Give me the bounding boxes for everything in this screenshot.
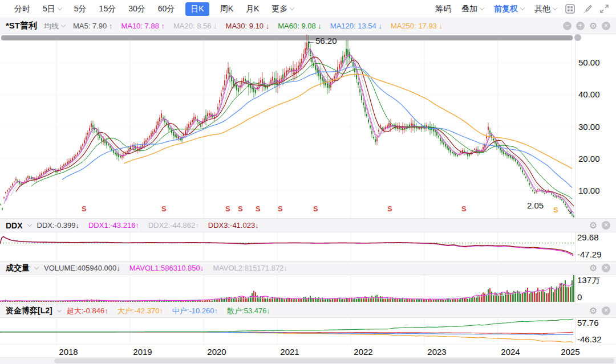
chevron-down-icon xyxy=(56,308,61,312)
medium-holder-value: 中户:-10.260↑ xyxy=(172,306,218,316)
horizontal-scrollbar[interactable] xyxy=(0,357,616,364)
price-axis-tick: 20.00 xyxy=(578,154,600,163)
fund-panel-header: 资金博弈[L2] 超大:-0.846↑ 大户:-42.370↑ 中户:-10.2… xyxy=(0,304,616,318)
gear-icon[interactable]: ⚙ xyxy=(589,22,597,30)
tab-30min[interactable]: 30分 xyxy=(122,4,152,14)
volume-panel-header: 成交量 VOLUME:405940.000↓ MAVOL1:586310.850… xyxy=(0,261,616,275)
ddx2-value: DDX2:-44.862↑ xyxy=(148,221,199,230)
zoom-out-icon[interactable]: − xyxy=(563,22,572,30)
sell-marker-orange: S xyxy=(553,206,558,214)
tab-minute[interactable]: 分时 xyxy=(8,4,37,14)
arrow-down-right-icon: ↘ xyxy=(566,207,573,215)
ddx-title-menu[interactable]: DDX xyxy=(6,221,23,230)
ma20-value: MA20: 8.56 ↓ xyxy=(173,22,217,30)
retail-holder-value: 散户:53.476↓ xyxy=(227,306,270,316)
sell-marker: S xyxy=(82,205,87,213)
price-axis-tick: 40.00 xyxy=(578,89,600,99)
period-toolbar: 分时 5日 5分 15分 30分 60分 日K 周K 月K 更多 筹码 叠加 前… xyxy=(0,0,616,18)
chevron-down-icon xyxy=(58,6,62,10)
close-icon[interactable]: × xyxy=(602,22,610,30)
tab-15min[interactable]: 15分 xyxy=(93,4,123,14)
year-label: 2022 xyxy=(351,347,376,357)
more-periods-menu[interactable]: 更多 xyxy=(265,4,300,14)
ma30-value: MA30: 9.10 ↓ xyxy=(226,22,270,30)
scrollbar-thumb[interactable] xyxy=(54,358,614,363)
tab-60min[interactable]: 60分 xyxy=(152,4,181,14)
volume-title-menu[interactable]: 成交量 xyxy=(6,263,30,273)
tab-5min[interactable]: 5分 xyxy=(68,4,93,14)
sell-marker: S xyxy=(313,205,318,213)
year-label: 2024 xyxy=(498,347,523,357)
fund-axis-min: -46.32 xyxy=(577,334,602,344)
stock-name: *ST普利 xyxy=(6,21,37,31)
chevron-down-icon xyxy=(553,6,557,10)
mavol1-value: MAVOL1:586310.850↓ xyxy=(129,264,204,272)
chevron-down-icon xyxy=(480,6,484,10)
main-candlestick-chart[interactable] xyxy=(0,34,575,218)
year-label: 2020 xyxy=(204,347,229,357)
sell-marker: S xyxy=(161,205,167,213)
large-holder-value: 大户:-42.370↑ xyxy=(117,306,163,316)
tab-weekly-k[interactable]: 周K xyxy=(214,4,240,14)
zoom-in-icon[interactable]: + xyxy=(576,22,585,30)
arrow-left-icon: ← xyxy=(307,36,315,46)
gear-icon[interactable]: ⚙ xyxy=(589,264,597,272)
gear-icon[interactable]: ⚙ xyxy=(589,306,597,315)
volume-axis-max: 137万 xyxy=(577,275,600,286)
sell-marker: S xyxy=(461,205,467,213)
sell-marker: S xyxy=(256,205,261,213)
volume-axis-min: 0 xyxy=(577,292,582,302)
price-axis-tick: 10.00 xyxy=(578,186,600,195)
year-label: 2025 xyxy=(558,347,583,357)
toolbar-right: 筹码 叠加 前复权 其他 xyxy=(430,4,616,14)
volume-chart[interactable] xyxy=(0,275,575,304)
ddx-panel-header: DDX DDX:-0.399↓ DDX1:-43.216↑ DDX2:-44.8… xyxy=(0,218,616,232)
tab-daily-k[interactable]: 日K xyxy=(185,2,209,16)
period-tabs: 分时 5日 5分 15分 30分 60分 日K 周K 月K 更多 xyxy=(0,2,300,16)
gear-icon[interactable]: ⚙ xyxy=(589,221,597,230)
tab-5day[interactable]: 5日 xyxy=(37,4,68,14)
year-label: 2021 xyxy=(277,347,302,357)
fullscreen-icon[interactable] xyxy=(599,4,609,14)
chevron-down-icon xyxy=(27,222,31,227)
time-axis: 20182019202020212022202320242025 xyxy=(0,345,616,356)
ma250-value: MA250: 17.93 ↓ xyxy=(391,22,443,30)
other-menu[interactable]: 其他 xyxy=(529,4,562,14)
fund-title-menu[interactable]: 资金博弈[L2] xyxy=(6,306,52,316)
chip-distribution-button[interactable]: 筹码 xyxy=(430,4,456,14)
navigator-handle[interactable] xyxy=(574,34,581,41)
sell-marker: S xyxy=(278,205,283,213)
close-icon[interactable]: × xyxy=(602,264,610,272)
fund-panel-controls: ⚙ × xyxy=(589,306,616,315)
brush-icon[interactable] xyxy=(582,4,592,14)
ddx-panel-controls: ⚙ × xyxy=(589,221,616,230)
fund-axis-max: 57.76 xyxy=(577,318,599,328)
ddx-value: DDX:-0.399↓ xyxy=(37,221,79,230)
year-label: 2023 xyxy=(424,347,449,357)
sell-marker: S xyxy=(225,205,230,213)
ddx3-value: DDX3:-41.023↓ xyxy=(208,221,259,230)
grid-layout-icon[interactable] xyxy=(565,4,575,14)
main-panel-controls: − + ⚙ × xyxy=(563,22,616,30)
chevron-down-icon xyxy=(34,265,39,269)
year-label: 2019 xyxy=(130,347,155,357)
ddx1-value: DDX1:-43.216↑ xyxy=(88,221,139,230)
last-price-annotation: 2.05 xyxy=(527,201,544,210)
ma-group-menu[interactable]: 均线 xyxy=(44,21,65,31)
ddx-chart[interactable] xyxy=(0,232,575,261)
chevron-down-icon xyxy=(520,6,525,10)
ma10-value: MA10: 7.88 ↑ xyxy=(121,22,165,30)
tab-monthly-k[interactable]: 月K xyxy=(240,4,265,14)
ma60-value: MA60: 9.08 ↓ xyxy=(278,22,322,30)
toolbar-icons xyxy=(565,4,609,14)
chevron-down-icon xyxy=(61,23,66,27)
ma5-value: MA5: 7.90 ↑ xyxy=(73,22,112,30)
overlay-menu[interactable]: 叠加 xyxy=(456,4,489,14)
volume-panel-controls: ⚙ × xyxy=(589,264,616,272)
adjust-mode-menu[interactable]: 前复权 xyxy=(489,4,529,14)
volume-value: VOLUME:405940.000↓ xyxy=(44,264,120,272)
close-icon[interactable]: × xyxy=(602,306,610,315)
ddx-axis-min: -47.29 xyxy=(577,250,602,259)
fund-battle-chart[interactable] xyxy=(0,318,575,345)
close-icon[interactable]: × xyxy=(602,221,610,230)
